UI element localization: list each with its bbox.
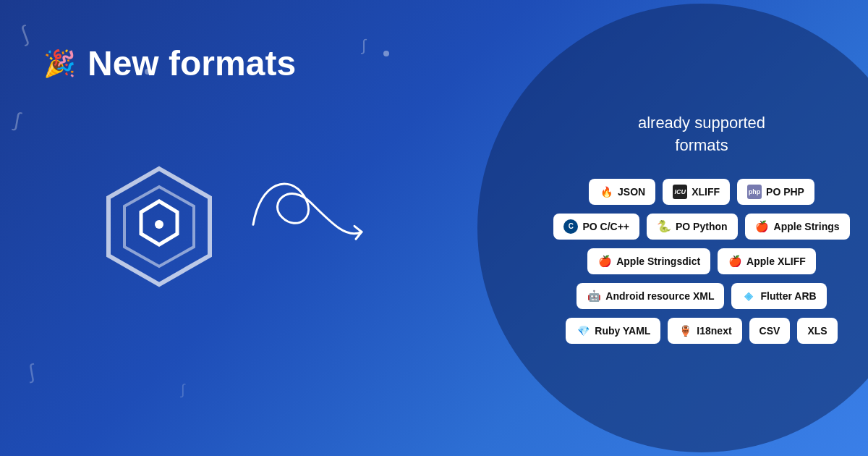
apple-strings-icon: 🍎 xyxy=(755,219,770,234)
badge-po-cpp-label: PO C/C++ xyxy=(582,221,629,232)
badge-xliff-label: XLIFF xyxy=(692,186,720,198)
cpp-icon: C xyxy=(563,219,578,234)
badge-po-cpp: C PO C/C++ xyxy=(553,214,639,240)
formats-row-2: C PO C/C++ 🐍 PO Python 🍎 Apple Strings xyxy=(553,214,849,240)
php-icon: php xyxy=(747,185,762,199)
apple-stringsdict-icon: 🍎 xyxy=(597,254,612,269)
formats-grid: 🔥 JSON ICU XLIFF php PO PHP C PO C/C++ 🐍… xyxy=(528,179,868,344)
svg-point-3 xyxy=(155,220,163,229)
page-title: New formats xyxy=(88,43,296,83)
badge-i18next: 🏺 I18next xyxy=(668,318,741,344)
badge-xls-label: XLS xyxy=(807,325,827,337)
formats-row-1: 🔥 JSON ICU XLIFF php PO PHP xyxy=(589,179,814,205)
badge-flutter-label: Flutter ARB xyxy=(760,290,816,302)
logo-container xyxy=(94,161,224,295)
party-icon: 🎉 xyxy=(43,48,76,79)
badge-apple-stringsdict-label: Apple Stringsdict xyxy=(616,256,700,267)
badge-json-label: JSON xyxy=(618,186,645,198)
android-icon: 🤖 xyxy=(587,289,601,303)
ruby-icon: 💎 xyxy=(576,324,590,338)
header: 🎉 New formats xyxy=(43,43,296,83)
curl-arrow xyxy=(231,166,376,278)
circle-title: already supported formats xyxy=(638,112,765,157)
decoration-squiggle-3: ∫ xyxy=(12,109,22,132)
badge-json: 🔥 JSON xyxy=(589,179,655,205)
badge-apple-strings: 🍎 Apple Strings xyxy=(745,214,850,240)
badge-android: 🤖 Android resource XML xyxy=(576,283,724,309)
badge-apple-strings-label: Apple Strings xyxy=(774,221,840,232)
flutter-icon: ◈ xyxy=(741,289,756,303)
xliff-icon: ICU xyxy=(673,185,687,199)
json-icon: 🔥 xyxy=(599,185,613,199)
decoration-squiggle-4: ∫ xyxy=(362,36,366,55)
badge-po-php-label: PO PHP xyxy=(766,186,804,198)
badge-i18next-label: I18next xyxy=(697,325,731,337)
decoration-squiggle-6: ∫ xyxy=(181,381,184,398)
badge-apple-xliff: 🍎 Apple XLIFF xyxy=(718,248,816,274)
badge-android-label: Android resource XML xyxy=(605,290,714,302)
badge-ruby-label: Ruby YAML xyxy=(595,325,650,337)
decoration-dot-2 xyxy=(383,51,389,56)
formats-row-3: 🍎 Apple Stringsdict 🍎 Apple XLIFF xyxy=(587,248,816,274)
python-icon: 🐍 xyxy=(657,219,671,234)
i18n-icon: 🏺 xyxy=(678,324,692,338)
badge-po-php: php PO PHP xyxy=(737,179,814,205)
badge-apple-stringsdict: 🍎 Apple Stringsdict xyxy=(587,248,710,274)
badge-xliff: ICU XLIFF xyxy=(663,179,730,205)
formats-circle: already supported formats 🔥 JSON ICU XLI… xyxy=(477,4,868,452)
formats-row-5: 💎 Ruby YAML 🏺 I18next CSV XLS xyxy=(566,318,837,344)
badge-flutter: ◈ Flutter ARB xyxy=(731,283,826,309)
formats-row-4: 🤖 Android resource XML ◈ Flutter ARB xyxy=(576,283,826,309)
badge-csv: CSV xyxy=(749,318,791,344)
badge-po-python-label: PO Python xyxy=(676,221,728,232)
badge-po-python: 🐍 PO Python xyxy=(647,214,738,240)
decoration-squiggle-5: ∫ xyxy=(27,360,36,384)
badge-xls: XLS xyxy=(797,318,837,344)
badge-apple-xliff-label: Apple XLIFF xyxy=(746,256,806,267)
decoration-squiggle-1: ∫ xyxy=(17,22,31,47)
apple-xliff-icon: 🍎 xyxy=(728,254,742,269)
badge-csv-label: CSV xyxy=(760,325,780,337)
badge-ruby: 💎 Ruby YAML xyxy=(566,318,660,344)
